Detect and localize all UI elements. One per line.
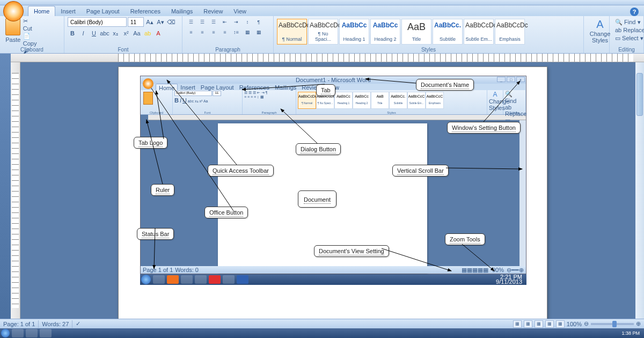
style--no-spaci-[interactable]: AaBbCcDc¶ No Spaci... [308, 19, 338, 45]
zoom-in-icon[interactable]: ⊕ [636, 320, 641, 327]
style-heading-2[interactable]: AaBbCcHeading 2 [370, 19, 400, 45]
callout-statusbar: Status Bar [137, 228, 174, 240]
shading-icon[interactable]: ▦ [242, 27, 253, 37]
tab-page-layout[interactable]: Page Layout [81, 6, 125, 16]
font-size-combo[interactable]: 11 [128, 17, 144, 27]
case-button[interactable]: Aa [132, 28, 142, 38]
task-chrome-icon [223, 275, 235, 284]
inner-clock: 2:21 PM9/11/2013 [496, 275, 526, 284]
style-emphasis[interactable]: AaBbCcDcEmphasis [495, 19, 525, 45]
copy-button[interactable]: 📄 Copy [23, 32, 61, 47]
style-heading-1[interactable]: AaBbCcHeading 1 [339, 19, 369, 45]
help-icon[interactable]: ? [630, 8, 639, 16]
align-right-icon[interactable]: ≡ [208, 27, 219, 37]
style-subtle-em-[interactable]: AaBbCcDcSubtle Em... [464, 19, 494, 45]
find-button[interactable]: 🔍 Find ▾ [615, 18, 641, 26]
change-styles-icon: A [588, 18, 612, 31]
bold-button[interactable]: B [68, 28, 77, 38]
office-button[interactable] [3, 1, 24, 21]
ribbon-tabs: Home Insert Page Layout References Maili… [0, 5, 644, 16]
tab-references[interactable]: References [125, 6, 166, 16]
change-styles-button[interactable]: A Change Styles [587, 17, 613, 45]
windows-taskbar: 1:38 PM [0, 328, 644, 338]
sort-icon[interactable]: ↕ [242, 17, 253, 27]
tab-review[interactable]: Review [198, 6, 228, 16]
status-words[interactable]: Words: 27 [42, 321, 69, 327]
callout-viewset: Document's View Setting [314, 245, 389, 257]
font-name-combo[interactable]: Calibri (Body) [68, 17, 127, 27]
status-bar: Page: 1 of 1 Words: 27 ✓ ▦ ▦ ▦ ▦ ▦ 100% … [0, 319, 644, 328]
justify-icon[interactable]: ≡ [219, 27, 230, 37]
inner-status-bar: Page 1 of 1 Words: 0 ▦▦▦▦▦ 90% ⊖━━⊕ [141, 266, 526, 274]
strike-button[interactable]: abc [100, 28, 109, 38]
inner-taskbar: 2:21 PM9/11/2013 [140, 274, 526, 285]
horizontal-ruler[interactable] [11, 54, 644, 62]
tab-view[interactable]: View [228, 6, 252, 16]
cut-button[interactable]: ✂ Cut [23, 17, 61, 32]
subscript-button[interactable]: x₂ [111, 28, 120, 38]
start-button-icon [141, 275, 151, 284]
underline-button[interactable]: U [89, 28, 99, 38]
callout-dialog: Dialog Button [296, 143, 341, 155]
clear-format-icon[interactable]: ⌫ [166, 17, 176, 27]
zoom-slider[interactable] [591, 323, 634, 325]
shrink-font-icon[interactable]: A▾ [156, 17, 165, 27]
multilevel-icon[interactable]: ☰ [208, 17, 219, 27]
border-icon[interactable]: ▦ [253, 27, 264, 37]
task-wmp-icon [195, 275, 207, 284]
taskbar-app[interactable] [40, 329, 52, 337]
vertical-ruler[interactable] [11, 62, 20, 319]
select-button[interactable]: ▭ Select ▾ [615, 34, 641, 42]
align-left-icon[interactable]: ≡ [186, 27, 196, 37]
replace-button[interactable]: ab Replace [615, 26, 641, 34]
view-full-icon[interactable]: ▦ [524, 320, 532, 328]
task-firefox-icon [167, 275, 179, 284]
task-explorer-icon [153, 275, 165, 284]
bullets-icon[interactable]: ☰ [186, 17, 196, 27]
view-print-icon[interactable]: ▦ [513, 320, 522, 328]
title-bar [0, 0, 644, 5]
status-page[interactable]: Page: 1 of 1 [3, 321, 35, 327]
line-spacing-icon[interactable]: ↕≡ [231, 27, 241, 37]
group-label-font: Font [64, 47, 182, 53]
taskbar-app[interactable] [26, 329, 38, 337]
vertical-scrollbar[interactable] [635, 62, 644, 319]
style-subtitle[interactable]: AaBbCc.Subtitle [433, 19, 463, 45]
inner-window-buttons: _□x [497, 77, 525, 82]
indent-inc-icon[interactable]: ⇥ [231, 17, 241, 27]
zoom-out-icon[interactable]: ⊖ [584, 320, 589, 327]
font-color-button[interactable]: A [153, 28, 163, 38]
show-marks-icon[interactable]: ¶ [253, 17, 264, 27]
style-title[interactable]: AaBTitle [401, 19, 431, 45]
inner-vscroll [519, 120, 526, 266]
callout-winset: Window's Setting Button [447, 122, 521, 134]
grow-font-icon[interactable]: A▴ [145, 17, 155, 27]
taskbar-app[interactable] [12, 329, 24, 337]
tab-insert[interactable]: Insert [55, 6, 81, 16]
view-web-icon[interactable]: ▦ [535, 320, 543, 328]
proofing-icon[interactable]: ✓ [76, 320, 80, 327]
numbering-icon[interactable]: ☰ [197, 17, 208, 27]
zoom-level[interactable]: 100% [567, 321, 582, 327]
view-draft-icon[interactable]: ▦ [556, 320, 565, 328]
scrollbar-thumb[interactable] [636, 73, 643, 116]
callout-docname: Document's Name [416, 79, 474, 91]
tab-home[interactable]: Home [28, 6, 55, 16]
group-label-editing: Editing [610, 47, 643, 53]
callout-tab: Tab [316, 84, 335, 96]
highlight-button[interactable]: ab [143, 28, 152, 38]
group-label-styles: Styles [274, 47, 583, 53]
superscript-button[interactable]: x² [121, 28, 131, 38]
align-center-icon[interactable]: ≡ [197, 27, 208, 37]
system-clock[interactable]: 1:38 PM [621, 331, 644, 336]
view-outline-icon[interactable]: ▦ [545, 320, 554, 328]
callout-ruler: Ruler [151, 184, 174, 196]
group-label-paragraph: Paragraph [182, 47, 273, 53]
start-button[interactable] [1, 329, 10, 337]
inner-office-button [143, 78, 153, 89]
style--normal[interactable]: AaBbCcDc¶ Normal [277, 19, 307, 45]
indent-dec-icon[interactable]: ⇤ [219, 17, 230, 27]
tab-mailings[interactable]: Mailings [166, 6, 198, 16]
document-page[interactable]: Document1 - Microsoft Word _□x HomeInser… [118, 67, 547, 319]
italic-button[interactable]: I [78, 28, 88, 38]
